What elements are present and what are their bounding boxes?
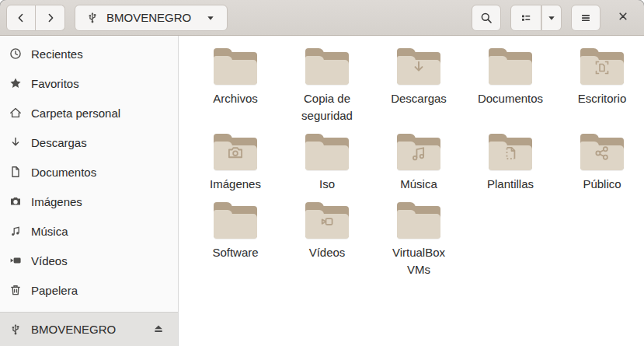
folder-software[interactable]: Software [190,201,281,278]
chevron-left-icon [15,12,27,24]
folder-icon [305,202,349,239]
music-icon [9,225,22,237]
folder-plantillas[interactable]: Plantillas [465,132,556,193]
sidebar-item-label: Vídeos [31,254,68,267]
file-manager-window: BMOVENEGRO [0,0,644,346]
sidebar-item-carpeta-personal[interactable]: Carpeta personal [0,98,178,128]
music-emblem-icon [409,144,428,166]
sidebar-item-recientes[interactable]: Recientes [0,39,178,68]
folder-documentos[interactable]: Documentos [465,47,556,124]
menu-button[interactable] [571,5,600,31]
hamburger-menu-icon [580,12,592,24]
folder-name: VirtualBox VMs [380,244,458,278]
sidebar-item-label: Descargas [31,136,87,149]
header-bar: BMOVENEGRO [0,0,644,36]
search-icon [480,12,493,24]
home-icon [9,107,22,119]
camera-emblem-icon [226,144,245,166]
folder-icon [397,202,440,239]
sidebar-item-imagenes[interactable]: Imágenes [0,187,178,216]
usb-icon [86,12,99,24]
location-button[interactable]: BMOVENEGRO [75,5,228,31]
share-emblem-icon [593,144,611,166]
folder-musica[interactable]: Música [373,132,465,193]
chevron-right-icon [44,12,57,24]
folder-escritorio[interactable]: Escritorio [556,47,644,124]
folder-imagenes[interactable]: Imágenes [190,132,281,193]
sidebar: RecientesFavoritosCarpeta personalDescar… [0,36,179,346]
sidebar-item-favoritos[interactable]: Favoritos [0,68,178,98]
sidebar-item-label: Imágenes [31,195,82,208]
folder-name: Vídeos [309,244,346,261]
close-window-button[interactable] [611,6,635,30]
search-button[interactable] [472,5,501,31]
folder-name: Música [400,176,437,193]
folder-icon [214,48,257,85]
folder-archivos[interactable]: Archivos [190,47,281,124]
folder-icon [305,48,349,85]
folder-name: Software [212,244,258,261]
folder-icon [489,48,532,85]
document-icon [9,166,22,178]
video-emblem-icon [318,212,336,234]
view-toggle-group [510,5,562,31]
sidebar-item-label: Recientes [31,47,83,61]
sidebar-item-label: Papelera [31,284,78,297]
download-emblem-icon [409,58,428,80]
folder-descargas[interactable]: Descargas [373,47,465,124]
files-area: ArchivosCopia de seguridadDescargasDocum… [179,36,644,346]
folder-name: Plantillas [487,176,534,193]
window-body: RecientesFavoritosCarpeta personalDescar… [0,36,644,346]
folder-name: Escritorio [578,90,627,107]
folder-name: Descargas [391,90,447,107]
folder-videos[interactable]: Vídeos [281,201,373,278]
sidebar-item-device[interactable]: BMOVENEGRO [0,312,178,346]
pan-down-icon [546,12,557,23]
folder-icon [305,134,349,170]
folder-virtualbox-vms[interactable]: VirtualBox VMs [373,201,465,278]
sidebar-list: RecientesFavoritosCarpeta personalDescar… [0,36,178,305]
folder-name: Copia de seguridad [288,90,366,124]
sidebar-item-papelera[interactable]: Papelera [0,275,178,305]
forward-button[interactable] [36,5,65,31]
star-icon [9,77,22,89]
sidebar-item-label: Favoritos [31,77,79,90]
folder-icon [214,202,257,239]
folder-icon [580,48,624,85]
files-grid: ArchivosCopia de seguridadDescargasDocum… [190,47,644,278]
eject-icon [152,322,165,337]
back-button[interactable] [6,5,36,31]
view-options-button[interactable] [541,5,562,31]
folder-icon [397,48,440,85]
folder-icon [214,134,257,170]
eject-button[interactable] [148,320,169,340]
folder-copia-de-seguridad[interactable]: Copia de seguridad [281,47,373,124]
folder-icon [397,134,440,170]
sidebar-item-descargas[interactable]: Descargas [0,128,178,157]
usb-icon [9,323,22,336]
sidebar-item-videos[interactable]: Vídeos [0,246,178,275]
sidebar-item-label: Carpeta personal [31,107,120,120]
history-buttons [6,5,65,31]
camera-icon [9,195,22,208]
folder-icon [489,134,532,170]
list-view-icon [520,12,532,24]
folder-name: Imágenes [210,176,261,193]
sidebar-item-documentos[interactable]: Documentos [0,157,178,187]
sidebar-item-musica[interactable]: Música [0,216,178,246]
download-icon [9,136,22,149]
sidebar-item-label: Música [31,225,68,238]
folder-icon [580,134,624,170]
list-view-button[interactable] [510,5,541,31]
folder-name: Público [583,176,621,193]
close-icon [617,10,629,26]
folder-iso[interactable]: Iso [281,132,373,193]
folder-publico[interactable]: Público [556,132,644,193]
folder-name: Iso [319,176,335,193]
location-label: BMOVENEGRO [106,11,191,24]
desktop-emblem-icon [593,58,611,80]
pan-down-icon [205,12,216,23]
folder-name: Documentos [478,90,543,107]
sidebar-item-label: Documentos [31,166,96,179]
video-icon [9,254,22,267]
